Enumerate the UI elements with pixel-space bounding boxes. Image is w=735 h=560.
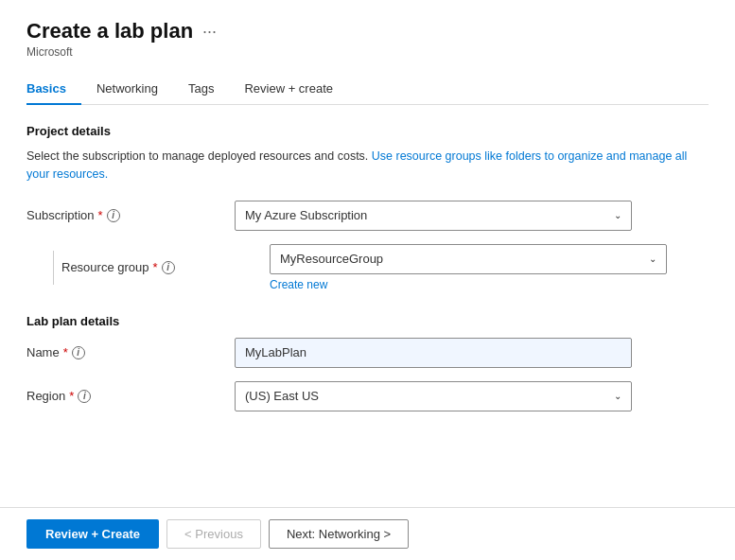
resource-group-dropdown[interactable]: MyResourceGroup ⌄ <box>270 244 667 274</box>
page-subtitle: Microsoft <box>26 45 709 59</box>
project-details-section: Project details Select the subscription … <box>26 124 709 291</box>
subscription-chevron-icon: ⌄ <box>614 210 621 220</box>
project-description: Select the subscription to manage deploy… <box>26 148 709 184</box>
subscription-required: * <box>98 208 103 222</box>
next-button[interactable]: Next: Networking > <box>269 519 409 549</box>
subscription-value: My Azure Subscription <box>245 208 367 222</box>
project-details-heading: Project details <box>26 124 709 138</box>
subscription-label: Subscription * i <box>26 208 235 222</box>
name-input[interactable] <box>235 338 632 368</box>
resource-group-chevron-icon: ⌄ <box>649 254 656 264</box>
name-required: * <box>63 345 68 359</box>
indent-bar <box>53 251 54 285</box>
region-value: (US) East US <box>245 389 319 403</box>
create-new-link[interactable]: Create new <box>270 278 667 291</box>
previous-button[interactable]: < Previous <box>166 519 261 549</box>
tab-basics[interactable]: Basics <box>26 74 81 105</box>
footer: Review + Create < Previous Next: Network… <box>0 507 735 560</box>
region-required: * <box>69 389 74 403</box>
resource-group-info-icon[interactable]: i <box>162 261 175 274</box>
labplan-details-heading: Lab plan details <box>26 314 709 328</box>
subscription-row: Subscription * i My Azure Subscription ⌄ <box>26 201 709 231</box>
name-label: Name * i <box>26 345 235 359</box>
page-title: Create a lab plan <box>26 19 193 44</box>
name-control <box>235 338 632 368</box>
review-create-button[interactable]: Review + Create <box>26 519 159 549</box>
region-control: (US) East US ⌄ <box>235 381 632 411</box>
subscription-dropdown[interactable]: My Azure Subscription ⌄ <box>235 201 632 231</box>
tab-networking[interactable]: Networking <box>96 74 173 105</box>
region-row: Region * i (US) East US ⌄ <box>26 381 709 411</box>
name-row: Name * i <box>26 338 709 368</box>
resource-group-required: * <box>153 260 158 274</box>
region-info-icon[interactable]: i <box>78 390 91 403</box>
resource-group-row: Resource group * i MyResourceGroup ⌄ Cre… <box>53 244 709 291</box>
region-dropdown[interactable]: (US) East US ⌄ <box>235 381 632 411</box>
resource-group-value: MyResourceGroup <box>280 252 383 266</box>
tab-review-create[interactable]: Review + create <box>244 74 348 105</box>
tab-tags[interactable]: Tags <box>188 74 229 105</box>
labplan-details-section: Lab plan details Name * i Region * i (US… <box>26 314 709 411</box>
region-label: Region * i <box>26 389 235 403</box>
page-menu-icon[interactable]: ··· <box>202 22 217 42</box>
name-info-icon[interactable]: i <box>72 346 85 359</box>
tab-nav: Basics Networking Tags Review + create <box>26 74 709 105</box>
resource-group-control: MyResourceGroup ⌄ Create new <box>270 244 667 291</box>
subscription-info-icon[interactable]: i <box>107 209 120 222</box>
region-chevron-icon: ⌄ <box>614 391 621 401</box>
resource-group-label: Resource group * i <box>61 260 270 274</box>
subscription-control: My Azure Subscription ⌄ <box>235 201 632 231</box>
